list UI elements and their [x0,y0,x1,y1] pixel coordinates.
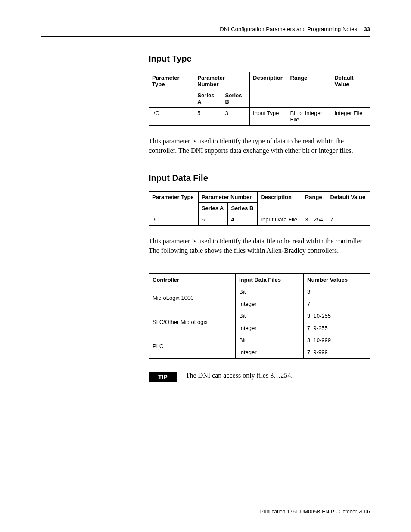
cell-param-type: I/O [149,108,194,126]
th2-series-b: Series B [228,202,258,214]
th2-param-type: Parameter Type [149,191,199,214]
cell-controller: MicroLogix 1000 [149,286,236,310]
th-default: Default Value [331,72,370,108]
footer-publication: Publication 1761-UM005B-EN-P - October 2… [260,509,370,515]
cell-controller: SLC/Other MicroLogix [149,310,236,334]
page-number: 33 [364,26,370,32]
cell-input: Integer [236,298,304,310]
cell-values: 3, 10-999 [304,334,370,346]
page: DNI Configuration Parameters and Program… [0,0,411,532]
section1-title: Input Type [149,54,370,64]
cell-values: 7, 9-255 [304,322,370,334]
section2-param-table: Parameter Type Parameter Number Descript… [149,191,370,226]
th2-series-a: Series A [198,202,228,214]
th-description: Description [250,72,287,108]
cell-values: 3 [304,286,370,298]
th-number-values: Number Values [304,274,370,286]
cell-input: Integer [236,322,304,334]
tip-row: TIP The DNI can access only files 3…254. [149,372,370,382]
running-title: DNI Configuration Parameters and Program… [220,26,357,32]
cell2-default: 7 [327,214,370,225]
th-input-files: Input Data Files [236,274,304,286]
cell-series-a: 5 [194,108,222,126]
tip-text: The DNI can access only files 3…254. [186,372,293,380]
th2-default: Default Value [327,191,370,214]
cell2-series-a: 6 [198,214,228,225]
cell-input: Integer [236,346,304,358]
running-header: DNI Configuration Parameters and Program… [41,26,370,37]
tip-badge: TIP [149,372,177,382]
section1-param-table: Parameter Type Parameter Number Descript… [149,72,370,126]
cell-series-b: 3 [222,108,250,126]
cell-input: Bit [236,286,304,298]
cell-values: 7, 9-999 [304,346,370,358]
section2-body: This parameter is used to identify the d… [149,236,370,256]
th-range: Range [287,72,331,108]
cell-input: Bit [236,310,304,322]
th-param-type: Parameter Type [149,72,194,108]
th-param-num: Parameter Number [194,72,250,90]
cell2-description: Input Data File [258,214,302,225]
section1-body: This parameter is used to identify the t… [149,137,370,156]
cell-values: 3, 10-255 [304,310,370,322]
content-area: Input Type Parameter Type Parameter Numb… [149,54,370,382]
th2-range: Range [302,191,327,214]
cell-description: Input Type [250,108,287,126]
cell2-range: 3…254 [302,214,327,225]
cell-controller: PLC [149,334,236,358]
th-series-b: Series B [222,90,250,108]
section2-title: Input Data File [149,173,370,183]
th2-param-num: Parameter Number [198,191,258,203]
cell-range: Bit or Integer File [287,108,331,126]
cell2-series-b: 4 [228,214,258,225]
cell-input: Bit [236,334,304,346]
files-table: Controller Input Data Files Number Value… [149,273,370,359]
th2-description: Description [258,191,302,214]
th-series-a: Series A [194,90,222,108]
th-controller: Controller [149,274,236,286]
cell-default: Integer File [331,108,370,126]
cell2-param-type: I/O [149,214,199,225]
cell-values: 7 [304,298,370,310]
